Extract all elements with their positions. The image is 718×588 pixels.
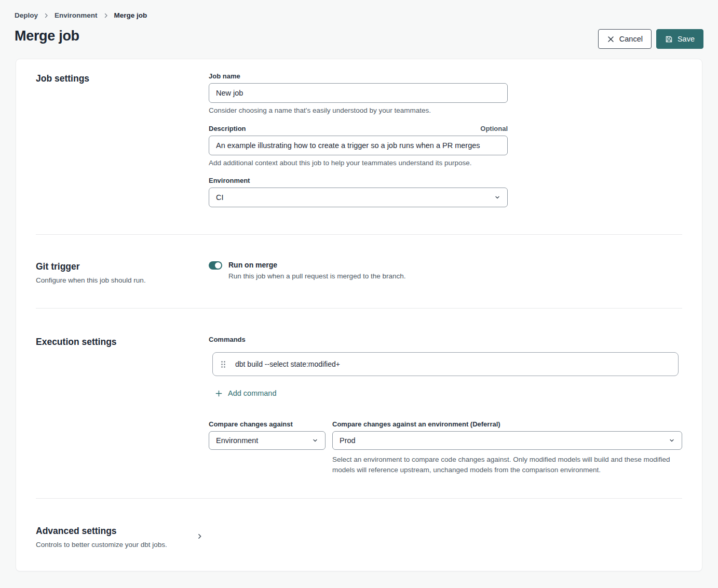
chevron-down-icon [669, 437, 675, 444]
breadcrumb: Deploy Environment Merge job [15, 11, 703, 19]
cancel-button[interactable]: Cancel [598, 29, 652, 49]
compare-environment-helper: Select an environment to compare code ch… [332, 455, 675, 475]
command-row[interactable]: dbt build --select state:modified+ [212, 352, 679, 376]
compare-environment-value: Prod [340, 436, 356, 445]
section-job-settings: Job settings Job name Consider choosing … [36, 59, 682, 234]
header-actions: Cancel Save [598, 29, 703, 49]
compare-against-value: Environment [216, 436, 258, 445]
environment-label: Environment [209, 177, 508, 184]
chevron-down-icon [494, 194, 500, 201]
add-command-label: Add command [228, 389, 277, 397]
job-name-helper: Consider choosing a name that's easily u… [209, 107, 508, 114]
compare-against-group: Compare changes against Environment [209, 421, 326, 475]
drag-handle-icon[interactable] [221, 360, 226, 368]
compare-environment-select[interactable]: Prod [332, 431, 682, 450]
environment-select-value: CI [216, 193, 224, 202]
job-name-field-group: Job name Consider choosing a name that's… [209, 73, 508, 114]
run-on-merge-label: Run on merge [228, 261, 405, 269]
chevron-down-icon [312, 437, 318, 444]
page-header: Deploy Environment Merge job Merge job C… [0, 0, 718, 49]
compare-environment-group: Compare changes against an environment (… [332, 421, 682, 475]
compare-against-label: Compare changes against [209, 421, 326, 428]
page-title: Merge job [15, 28, 79, 44]
run-on-merge-toggle[interactable] [209, 261, 222, 270]
job-name-label: Job name [209, 73, 508, 80]
command-text[interactable]: dbt build --select state:modified+ [235, 360, 340, 368]
execution-settings-heading: Execution settings [36, 336, 209, 348]
compare-against-select[interactable]: Environment [209, 431, 326, 450]
cancel-button-label: Cancel [619, 35, 643, 43]
description-helper: Add additional context about this job to… [209, 159, 508, 167]
git-trigger-heading: Git trigger [36, 261, 209, 272]
section-execution-settings: Execution settings Commands dbt build --… [36, 309, 682, 498]
toggle-knob [215, 262, 221, 269]
run-on-merge-description: Run this job when a pull request is merg… [228, 272, 405, 280]
close-icon [607, 35, 615, 43]
breadcrumb-merge-job: Merge job [114, 11, 147, 19]
advanced-settings-subtext: Controls to better customize your dbt jo… [36, 541, 196, 549]
save-icon [665, 35, 673, 43]
optional-badge: Optional [480, 125, 508, 132]
description-field-group: Description Optional Add additional cont… [209, 125, 508, 167]
job-settings-card: Job settings Job name Consider choosing … [16, 59, 702, 571]
breadcrumb-environment[interactable]: Environment [55, 11, 98, 19]
save-button[interactable]: Save [656, 29, 703, 49]
git-trigger-subtext: Configure when this job should run. [36, 277, 209, 284]
advanced-settings-heading: Advanced settings [36, 525, 196, 537]
compare-environment-label: Compare changes against an environment (… [332, 421, 682, 428]
chevron-right-icon [44, 13, 49, 18]
job-settings-heading: Job settings [36, 73, 209, 84]
chevron-right-icon [103, 13, 109, 18]
save-button-label: Save [678, 35, 695, 43]
description-label: Description [209, 125, 246, 132]
plus-icon [215, 390, 223, 397]
environment-select[interactable]: CI [209, 188, 508, 207]
commands-label: Commands [209, 336, 682, 343]
description-input[interactable] [209, 136, 508, 155]
compare-row: Compare changes against Environment Comp… [209, 421, 682, 475]
environment-field-group: Environment CI [209, 177, 508, 207]
run-on-merge-row: Run on merge Run this job when a pull re… [209, 261, 682, 280]
section-git-trigger: Git trigger Configure when this job shou… [36, 235, 682, 308]
add-command-button[interactable]: Add command [215, 389, 277, 397]
breadcrumb-deploy[interactable]: Deploy [15, 11, 38, 19]
chevron-right-icon[interactable] [196, 533, 203, 549]
section-advanced-settings[interactable]: Advanced settings Controls to better cus… [36, 499, 682, 571]
job-name-input[interactable] [209, 83, 508, 103]
